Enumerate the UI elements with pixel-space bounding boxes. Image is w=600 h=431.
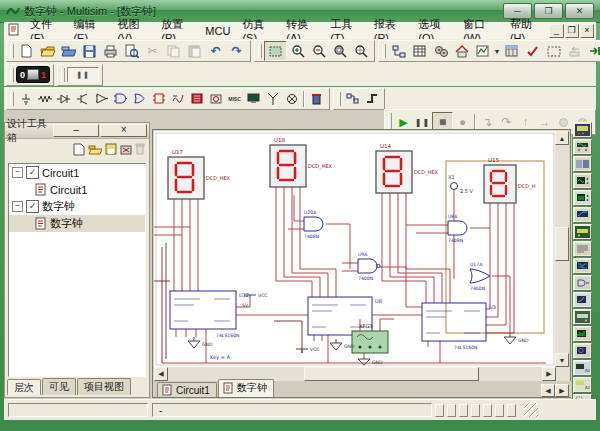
- component-wizard-button[interactable]: [451, 42, 472, 60]
- ic-u3[interactable]: U3 74LS160N: [422, 303, 496, 350]
- open-file-button[interactable]: [37, 42, 58, 60]
- expander-icon[interactable]: −: [12, 167, 23, 178]
- undo-button[interactable]: ↶: [205, 42, 226, 60]
- close-button[interactable]: ✕: [565, 3, 594, 19]
- redo-button[interactable]: ↷: [226, 42, 247, 60]
- gate-u9a[interactable]: U9A 7400N: [358, 252, 380, 281]
- place-ni-component-button[interactable]: [307, 90, 326, 108]
- iv-analyzer-button[interactable]: [573, 292, 592, 308]
- print-preview-button[interactable]: [121, 42, 142, 60]
- checkbox-icon[interactable]: ✓: [26, 166, 39, 179]
- place-basic-button[interactable]: [35, 90, 54, 108]
- place-analog-button[interactable]: [92, 90, 111, 108]
- oscilloscope-button[interactable]: [573, 173, 592, 189]
- gate-u17a[interactable]: U17A 7400N: [470, 262, 490, 291]
- new-file-button[interactable]: [16, 42, 37, 60]
- tab-scroll-right-button[interactable]: ▶: [555, 384, 569, 397]
- transfer-ultiboard-button[interactable]: [585, 42, 600, 60]
- place-source-button[interactable]: [16, 90, 35, 108]
- back-annotate-button[interactable]: [564, 42, 585, 60]
- scroll-down-button[interactable]: ▼: [555, 353, 569, 367]
- postprocessor-button[interactable]: [501, 42, 522, 60]
- multimeter-button[interactable]: [573, 122, 592, 138]
- zoom-out-button[interactable]: [308, 42, 329, 60]
- place-transistor-button[interactable]: [73, 90, 92, 108]
- mdi-close-button[interactable]: ×: [580, 24, 594, 38]
- resize-grip[interactable]: [524, 403, 538, 417]
- tree-item-clock-sheet[interactable]: 数字钟: [9, 215, 145, 232]
- place-power-button[interactable]: [206, 90, 225, 108]
- agilent-multimeter-button[interactable]: AG: [573, 377, 592, 393]
- copy-button[interactable]: [163, 42, 184, 60]
- distortion-analyzer-button[interactable]: [573, 309, 592, 325]
- tab-project-view[interactable]: 项目视图: [77, 378, 131, 395]
- hierarchy-button[interactable]: [388, 42, 409, 60]
- place-bus-button[interactable]: [362, 90, 381, 108]
- sheet-tab-circuit1[interactable]: Circuit1: [157, 382, 217, 397]
- vscroll-thumb[interactable]: [555, 227, 569, 261]
- toolbox-delete-button[interactable]: [135, 143, 145, 157]
- paste-button[interactable]: [184, 42, 205, 60]
- mdi-minimize-button[interactable]: _: [549, 24, 563, 38]
- horizontal-scrollbar[interactable]: ◀ ▶: [154, 367, 556, 381]
- schematic-canvas[interactable]: U17 DCD_HEX U18 DCD_HEX U14 DCD_HEX: [154, 131, 556, 367]
- tree-item-clock-root[interactable]: − ✓ 数字钟: [9, 198, 145, 215]
- vertical-scrollbar[interactable]: ▲ ▼: [555, 131, 569, 367]
- display-u15[interactable]: U15 DCD_H: [484, 157, 536, 211]
- place-misc-button[interactable]: MISC: [225, 90, 244, 108]
- network-analyzer-button[interactable]: [573, 343, 592, 359]
- spectrum-analyzer-button[interactable]: [573, 326, 592, 342]
- function-generator-xfg3[interactable]: XFG3: [352, 323, 388, 353]
- display-u14[interactable]: U14 DCD_HEX: [376, 143, 439, 201]
- scroll-right-button[interactable]: ▶: [542, 367, 556, 381]
- toolbox-close-design-button[interactable]: [120, 144, 132, 157]
- scroll-left-button[interactable]: ◀: [154, 367, 168, 381]
- grapher-dropdown[interactable]: ▼: [493, 48, 501, 55]
- display-u17[interactable]: U17 DCD_HEX: [168, 149, 231, 207]
- checkbox-icon[interactable]: ✓: [26, 200, 39, 213]
- place-indicator-button[interactable]: [187, 90, 206, 108]
- bode-plotter-button[interactable]: [573, 207, 592, 223]
- database-manager-button[interactable]: [430, 42, 451, 60]
- menu-mcu[interactable]: MCU: [199, 24, 236, 38]
- pause-switch[interactable]: ❚❚: [67, 67, 99, 82]
- spreadsheet-view-button[interactable]: [409, 42, 430, 60]
- logic-converter-button[interactable]: [573, 275, 592, 291]
- word-generator-button[interactable]: [573, 241, 592, 257]
- place-ttl-button[interactable]: [111, 90, 130, 108]
- open-samples-button[interactable]: [58, 42, 79, 60]
- place-mixed-button[interactable]: [168, 90, 187, 108]
- tab-hierarchy[interactable]: 层次: [7, 379, 41, 395]
- ic-u12[interactable]: U12 74LS160N: [170, 291, 249, 338]
- tab-scroll-left-button[interactable]: ◀: [541, 384, 555, 397]
- zoom-in-button[interactable]: [287, 42, 308, 60]
- tree-item-circuit1-root[interactable]: − ✓ Circuit1: [9, 164, 145, 181]
- grapher-button[interactable]: [472, 42, 493, 60]
- cut-button[interactable]: ✂: [142, 42, 163, 60]
- electrical-rules-check-button[interactable]: [522, 42, 543, 60]
- frequency-counter-button[interactable]: [573, 224, 592, 240]
- logic-analyzer-button[interactable]: [573, 258, 592, 274]
- expander-icon[interactable]: −: [12, 201, 23, 212]
- toolbox-save-button[interactable]: [105, 143, 117, 157]
- sheet-tab-clock[interactable]: 数字钟: [218, 379, 274, 397]
- scroll-up-button[interactable]: ▲: [555, 131, 569, 145]
- gate-u8a[interactable]: U8A 7408N: [448, 214, 467, 243]
- capture-area-button[interactable]: [543, 42, 564, 60]
- toolbox-open-button[interactable]: [88, 144, 102, 157]
- run-switch[interactable]: 0 1: [16, 66, 50, 83]
- probe-x1[interactable]: X1 2.5 V: [448, 174, 474, 194]
- wattmeter-button[interactable]: [573, 156, 592, 172]
- place-electromech-button[interactable]: [282, 90, 301, 108]
- tree-item-circuit1-sheet[interactable]: Circuit1: [9, 181, 145, 198]
- place-diode-button[interactable]: [54, 90, 73, 108]
- place-hierarchical-block-button[interactable]: [343, 90, 362, 108]
- gate-u20a[interactable]: U20A 7408N: [304, 210, 323, 239]
- place-rf-button[interactable]: [263, 90, 282, 108]
- display-u18[interactable]: U18 DCD_HEX: [270, 137, 333, 195]
- toolbox-new-button[interactable]: [73, 143, 85, 158]
- tab-visibility[interactable]: 可见: [42, 378, 76, 395]
- hscroll-thumb[interactable]: [304, 367, 479, 381]
- print-button[interactable]: [100, 42, 121, 60]
- agilent-function-generator-button[interactable]: AG: [573, 360, 592, 376]
